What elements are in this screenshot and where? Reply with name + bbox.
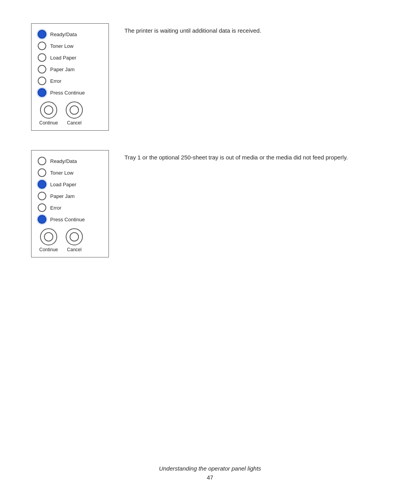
panel-box-2: Ready/Data Toner Low Load Paper Paper Ja… — [31, 150, 109, 257]
indicator-paper-jam-2: Paper Jam — [38, 192, 101, 200]
continue-button-1[interactable] — [40, 102, 57, 119]
btn-cancel-group-2: Cancel — [66, 228, 83, 252]
led-paper-jam-2 — [38, 192, 46, 200]
indicator-paper-jam-1: Paper Jam — [38, 65, 101, 74]
description-1: The printer is waiting until additional … — [124, 23, 389, 131]
cancel-button-label-1: Cancel — [67, 120, 81, 126]
page-number: 47 — [31, 474, 389, 481]
footer: Understanding the operator panel lights … — [31, 450, 389, 481]
led-label-press-continue-1: Press Continue — [50, 90, 85, 96]
indicator-ready-data-1: Ready/Data — [38, 30, 101, 38]
continue-button-label-1: Continue — [39, 120, 58, 126]
indicator-load-paper-1: Load Paper — [38, 53, 101, 62]
led-ready-data-1 — [38, 30, 46, 38]
led-label-toner-low-1: Toner Low — [50, 43, 74, 49]
continue-button-inner-1 — [44, 105, 53, 115]
indicator-ready-data-2: Ready/Data — [38, 157, 101, 165]
led-label-ready-data-1: Ready/Data — [50, 32, 77, 37]
footer-caption: Understanding the operator panel lights — [31, 465, 389, 472]
led-toner-low-2 — [38, 168, 46, 177]
indicator-press-continue-2: Press Continue — [38, 215, 101, 224]
led-label-ready-data-2: Ready/Data — [50, 158, 77, 164]
btn-continue-group-1: Continue — [39, 102, 58, 126]
panel-box-1: Ready/Data Toner Low Load Paper Paper Ja… — [31, 23, 109, 131]
cancel-button-inner-2 — [70, 232, 79, 242]
cancel-button-inner-1 — [70, 105, 79, 115]
led-label-paper-jam-2: Paper Jam — [50, 193, 75, 199]
continue-button-2[interactable] — [40, 228, 57, 245]
led-label-press-continue-2: Press Continue — [50, 217, 85, 222]
indicator-error-2: Error — [38, 203, 101, 212]
led-label-load-paper-1: Load Paper — [50, 55, 76, 61]
page: Ready/Data Toner Low Load Paper Paper Ja… — [0, 0, 420, 504]
led-label-toner-low-2: Toner Low — [50, 170, 74, 176]
cancel-button-2[interactable] — [66, 228, 83, 245]
led-label-paper-jam-1: Paper Jam — [50, 66, 75, 72]
led-ready-data-2 — [38, 157, 46, 165]
led-error-1 — [38, 77, 46, 85]
led-error-2 — [38, 203, 46, 212]
btn-continue-group-2: Continue — [39, 228, 58, 252]
indicator-press-continue-1: Press Continue — [38, 88, 101, 97]
indicator-error-1: Error — [38, 77, 101, 85]
description-text-2: Tray 1 or the optional 250-sheet tray is… — [124, 153, 389, 162]
led-press-continue-1 — [38, 88, 46, 97]
led-toner-low-1 — [38, 42, 46, 50]
cancel-button-1[interactable] — [66, 102, 83, 119]
led-load-paper-2 — [38, 180, 46, 189]
indicator-toner-low-2: Toner Low — [38, 168, 101, 177]
led-load-paper-1 — [38, 53, 46, 62]
buttons-row-2: Continue Cancel — [39, 228, 101, 252]
led-label-error-2: Error — [50, 205, 61, 211]
indicator-load-paper-2: Load Paper — [38, 180, 101, 189]
section-2: Ready/Data Toner Low Load Paper Paper Ja… — [31, 150, 389, 257]
cancel-button-label-2: Cancel — [67, 247, 81, 252]
description-text-1: The printer is waiting until additional … — [124, 26, 389, 35]
section-1: Ready/Data Toner Low Load Paper Paper Ja… — [31, 23, 389, 131]
buttons-row-1: Continue Cancel — [39, 102, 101, 126]
continue-button-label-2: Continue — [39, 247, 58, 252]
led-label-error-1: Error — [50, 78, 61, 84]
indicator-toner-low-1: Toner Low — [38, 42, 101, 50]
continue-button-inner-2 — [44, 232, 53, 242]
led-press-continue-2 — [38, 215, 46, 224]
description-2: Tray 1 or the optional 250-sheet tray is… — [124, 150, 389, 257]
led-paper-jam-1 — [38, 65, 46, 74]
led-label-load-paper-2: Load Paper — [50, 182, 76, 187]
btn-cancel-group-1: Cancel — [66, 102, 83, 126]
